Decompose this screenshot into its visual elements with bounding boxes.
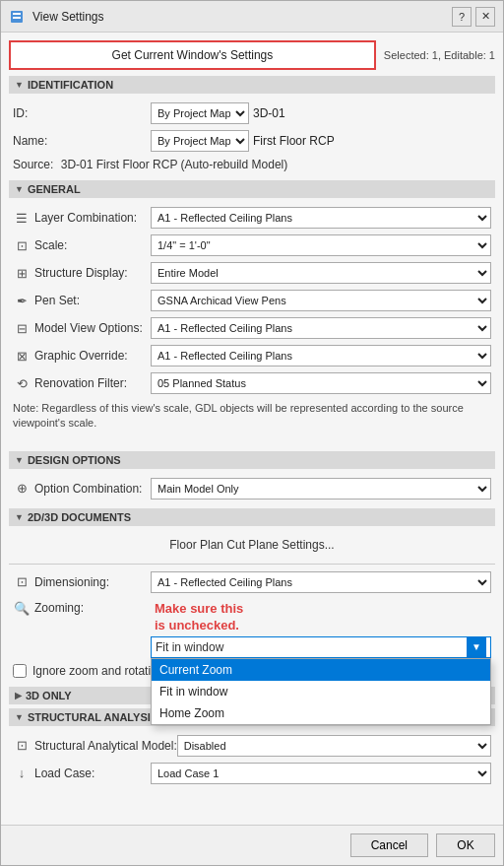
floor-plan-cut-plane-button[interactable]: Floor Plan Cut Plane Settings... [9, 534, 495, 556]
general-note: Note: Regardless of this view's scale, G… [9, 397, 495, 435]
name-control: By Project Map First Floor RCP [151, 130, 491, 152]
load-case-control: Load Case 1 [151, 763, 491, 784]
source-row: Source: 3D-01 First Floor RCP (Auto-rebu… [9, 155, 495, 174]
renovation-filter-control: 05 Planned Status [151, 372, 491, 394]
name-label: Name: [13, 134, 151, 148]
scale-label: ⊡ Scale: [13, 238, 151, 253]
app-icon [9, 9, 25, 25]
id-label: ID: [13, 106, 151, 120]
pen-set-label: ✒ Pen Set: [13, 294, 151, 308]
layer-icon: ☰ [13, 211, 31, 226]
structural-icon: ⊡ [13, 738, 31, 753]
triangle-icon-design: ▼ [15, 455, 24, 465]
id-dropdown[interactable]: By Project Map [151, 102, 249, 124]
scale-select[interactable]: 1/4" = 1'-0" [151, 234, 491, 256]
dropdown-option-current-zoom[interactable]: Current Zoom [152, 659, 490, 681]
footer: Cancel OK [1, 825, 503, 865]
section-identification[interactable]: ▼ IDENTIFICATION [9, 76, 495, 94]
triangle-icon: ▼ [15, 80, 24, 90]
get-settings-button[interactable]: Get Current Window's Settings [9, 40, 376, 70]
renovation-filter-row: ⟲ Renovation Filter: 05 Planned Status [9, 369, 495, 397]
section-documents[interactable]: ▼ 2D/3D DOCUMENTS [9, 508, 495, 526]
design-options-body: ⊕ Option Combination: Main Model Only [9, 473, 495, 508]
structural-model-row: ⊡ Structural Analytical Model: Disabled [9, 732, 495, 760]
source-value: 3D-01 First Floor RCP (Auto-rebuild Mode… [61, 158, 288, 171]
name-dropdown[interactable]: By Project Map [151, 130, 249, 152]
svg-rect-1 [13, 13, 21, 15]
id-row: ID: By Project Map 3D-01 [9, 100, 495, 127]
graphic-override-row: ⊠ Graphic Override: A1 - Reflected Ceili… [9, 342, 495, 369]
structural-model-control: Disabled [177, 735, 491, 757]
model-view-icon: ⊟ [13, 321, 31, 336]
structural-model-label: ⊡ Structural Analytical Model: [13, 738, 177, 753]
triangle-icon-docs: ▼ [15, 512, 24, 522]
option-combination-label: ⊕ Option Combination: [13, 481, 151, 496]
documents-body: Floor Plan Cut Plane Settings... ⊡ Dimen… [9, 530, 495, 687]
dimensioning-select[interactable]: A1 - Reflected Ceiling Plans [151, 571, 491, 593]
layer-combination-control: A1 - Reflected Ceiling Plans [151, 207, 491, 229]
help-button[interactable]: ? [452, 7, 472, 27]
zooming-selected-value: Fit in window [156, 640, 223, 654]
view-settings-window: View Settings ? ✕ Get Current Window's S… [0, 0, 504, 866]
renovation-icon: ⟲ [13, 376, 31, 391]
design-options-icon: ⊕ [13, 481, 31, 496]
graphic-override-select[interactable]: A1 - Reflected Ceiling Plans [151, 345, 491, 366]
identification-body: ID: By Project Map 3D-01 Name: By Projec… [9, 98, 495, 180]
zooming-dropdown-display[interactable]: Fit in window ▼ [151, 636, 491, 658]
svg-rect-2 [13, 17, 21, 19]
option-combination-select[interactable]: Main Model Only [151, 478, 491, 500]
section-3d-only-label: 3D ONLY [26, 690, 72, 701]
make-sure-annotation: Make sure thisis unchecked. [151, 599, 491, 636]
structure-icon: ⊞ [13, 266, 31, 281]
section-documents-label: 2D/3D DOCUMENTS [28, 511, 131, 523]
renovation-filter-select[interactable]: 05 Planned Status [151, 372, 491, 394]
structure-display-control: Entire Model [151, 262, 491, 284]
section-design-options-label: DESIGN OPTIONS [28, 454, 121, 466]
title-controls: ? ✕ [452, 7, 495, 27]
option-combination-control: Main Model Only [151, 478, 491, 500]
layer-combination-select[interactable]: A1 - Reflected Ceiling Plans [151, 207, 491, 229]
pen-icon: ✒ [13, 294, 31, 308]
dimensioning-control: A1 - Reflected Ceiling Plans [151, 571, 491, 593]
scale-icon: ⊡ [13, 238, 31, 253]
zooming-label: 🔍 Zooming: [13, 599, 151, 616]
dimensioning-label: ⊡ Dimensioning: [13, 574, 151, 589]
structure-display-select[interactable]: Entire Model [151, 262, 491, 284]
close-button[interactable]: ✕ [475, 7, 495, 27]
id-value: 3D-01 [253, 106, 285, 120]
scale-row: ⊡ Scale: 1/4" = 1'-0" [9, 232, 495, 259]
structure-display-label: ⊞ Structure Display: [13, 266, 151, 281]
cancel-button[interactable]: Cancel [350, 833, 428, 857]
dimensioning-row: ⊡ Dimensioning: A1 - Reflected Ceiling P… [9, 568, 495, 596]
selected-info: Selected: 1, Editable: 1 [384, 49, 495, 61]
layer-combination-row: ☰ Layer Combination: A1 - Reflected Ceil… [9, 204, 495, 232]
option-combination-row: ⊕ Option Combination: Main Model Only [9, 475, 495, 502]
triangle-icon-structural: ▼ [15, 712, 24, 722]
graphic-override-control: A1 - Reflected Ceiling Plans [151, 345, 491, 366]
load-case-select[interactable]: Load Case 1 [151, 763, 491, 784]
model-view-select[interactable]: A1 - Reflected Ceiling Plans [151, 317, 491, 339]
main-content: Get Current Window's Settings Selected: … [1, 33, 503, 825]
name-row: Name: By Project Map First Floor RCP [9, 127, 495, 155]
ignore-zoom-checkbox[interactable] [13, 664, 27, 678]
title-bar: View Settings ? ✕ [1, 1, 503, 33]
model-view-row: ⊟ Model View Options: A1 - Reflected Cei… [9, 314, 495, 342]
dropdown-option-home-zoom[interactable]: Home Zoom [152, 702, 490, 724]
graphic-icon: ⊠ [13, 349, 31, 364]
zooming-row: 🔍 Zooming: Make sure thisis unchecked. F… [9, 596, 495, 661]
layer-combination-label: ☰ Layer Combination: [13, 211, 151, 226]
id-control: By Project Map 3D-01 [151, 102, 491, 124]
zooming-dropdown-popup: Current Zoom Fit in window Home Zoom [151, 658, 491, 725]
dropdown-option-fit-window[interactable]: Fit in window [152, 681, 490, 702]
zooming-icon: 🔍 [13, 601, 31, 616]
section-general[interactable]: ▼ GENERAL [9, 180, 495, 198]
zooming-dropdown-arrow: ▼ [467, 636, 486, 658]
ok-button[interactable]: OK [436, 833, 495, 857]
scale-control: 1/4" = 1'-0" [151, 234, 491, 256]
model-view-label: ⊟ Model View Options: [13, 321, 151, 336]
pen-set-select[interactable]: GSNA Archicad View Pens [151, 290, 491, 311]
zooming-right: Make sure thisis unchecked. Fit in windo… [151, 599, 491, 658]
structural-model-select[interactable]: Disabled [177, 735, 491, 757]
structural-body: ⊡ Structural Analytical Model: Disabled … [9, 730, 495, 793]
section-design-options[interactable]: ▼ DESIGN OPTIONS [9, 451, 495, 469]
